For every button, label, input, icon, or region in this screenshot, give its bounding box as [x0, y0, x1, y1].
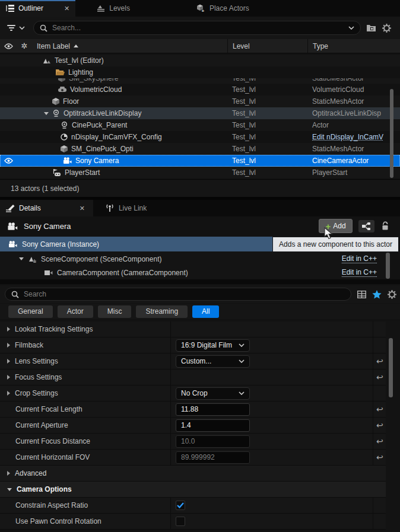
table-row-parent-of-selection[interactable]: OptitrackLiveLinkDisplay Test_lvl Optitr… [0, 107, 400, 119]
expand-arrow-icon[interactable] [44, 112, 49, 115]
new-folder-icon[interactable] [367, 24, 376, 32]
tab-place-actors[interactable]: + Place Actors [191, 0, 255, 17]
table-row[interactable]: Floor Test_lvl StaticMeshActor [0, 95, 400, 107]
reset-to-default-icon[interactable]: ↪ [376, 405, 383, 413]
property-row-focal-length[interactable]: Current Focal Length ↪ [0, 402, 386, 418]
current-focal-length-input[interactable] [176, 403, 250, 416]
favorites-star-icon[interactable] [372, 290, 382, 299]
table-row-folder[interactable]: Lighting [0, 66, 400, 78]
details-search-input[interactable] [24, 290, 345, 298]
filter-chip-streaming[interactable]: Streaming [136, 305, 188, 318]
unreal-editor-panels: Outliner ✕ Levels + Place Actors [0, 0, 400, 532]
filter-funnel-icon[interactable] [7, 25, 15, 31]
property-row-lens-settings[interactable]: Lens Settings Custom... ↪ [0, 353, 386, 369]
outliner-search[interactable] [33, 21, 361, 35]
table-row[interactable]: PlayerStart Test_lvl PlayerStart [0, 167, 400, 179]
tab-details[interactable]: Details ✕ [0, 200, 93, 216]
visible-eye-icon[interactable] [0, 158, 17, 164]
outliner-status-bar: 13 actors (1 selected) [0, 179, 400, 197]
reset-to-default-icon[interactable]: ↪ [376, 437, 383, 445]
component-tree-scrollbar[interactable] [386, 253, 390, 279]
filmback-dropdown[interactable]: 16:9 Digital Film [176, 339, 250, 352]
filter-chip-actor[interactable]: Actor [58, 305, 93, 318]
component-row-camera[interactable]: CameraComponent (CameraComponent) Edit i… [0, 266, 390, 279]
property-row-horizontal-fov[interactable]: Current Horizontal FOV ↪ [0, 450, 386, 466]
column-item-label[interactable]: Item Label [32, 42, 227, 50]
reset-to-default-icon[interactable]: ↪ [376, 453, 383, 461]
constrain-aspect-ratio-checkbox-checked[interactable] [176, 501, 185, 510]
collapse-arrow-icon[interactable] [7, 488, 12, 491]
favorite-column-star-icon[interactable]: ✲ [17, 42, 32, 50]
table-row-selected[interactable]: Sony Camera Test_lvl CineCameraActor [0, 155, 400, 167]
reset-to-default-icon[interactable]: ↪ [376, 373, 383, 381]
expand-arrow-icon[interactable] [7, 327, 10, 332]
edit-ndisplay-link[interactable]: Edit nDisplay_InCamV [312, 133, 383, 141]
unlock-icon[interactable] [381, 221, 389, 231]
property-row-filmback[interactable]: Filmback 16:9 Digital Film [0, 337, 386, 353]
filter-chip-general[interactable]: General [8, 305, 53, 318]
table-row[interactable]: VolumetricCloud Test_lvl VolumetricCloud [0, 84, 400, 95]
component-row-scene[interactable]: C SceneComponent (SceneComponent) Edit i… [0, 252, 390, 266]
display-options-grid-icon[interactable] [357, 291, 366, 298]
property-row-aperture[interactable]: Current Aperture ↪ [0, 418, 386, 434]
tab-live-link[interactable]: Live Link [99, 200, 153, 216]
expand-arrow-icon[interactable] [7, 375, 10, 380]
outliner-search-input[interactable] [52, 24, 348, 32]
edit-in-cpp-link[interactable]: Edit in C++ [342, 268, 377, 277]
column-level[interactable]: Level [227, 39, 307, 53]
visibility-column-eye-icon[interactable] [0, 43, 17, 49]
reset-to-default-icon[interactable]: ↪ [376, 421, 383, 429]
tab-levels[interactable]: Levels [91, 0, 136, 17]
category-row-advanced[interactable]: Advanced [0, 466, 386, 482]
table-row[interactable]: SM_CinePuck_Opti Test_lvl StaticMeshActo… [0, 143, 400, 155]
edit-in-cpp-link[interactable]: Edit in C++ [342, 254, 377, 263]
volumetric-cloud-icon [58, 87, 66, 93]
browse-blueprint-button[interactable] [358, 220, 374, 232]
outliner-settings-gear-icon[interactable] [382, 24, 391, 33]
add-component-tooltip: Adds a new component to this actor [272, 237, 399, 252]
sort-ascending-icon [74, 44, 78, 47]
property-row-focus-distance[interactable]: Current Focus Distance ↪ [0, 434, 386, 450]
tab-label: Levels [109, 4, 130, 12]
details-search-row [0, 285, 400, 303]
mouse-cursor [324, 227, 334, 240]
lens-settings-dropdown[interactable]: Custom... [176, 355, 250, 368]
table-row-world[interactable]: Test_lvl (Editor) [0, 55, 400, 66]
outliner-scrollbar[interactable] [390, 89, 393, 178]
expand-arrow-icon[interactable] [7, 471, 10, 476]
table-row[interactable]: CinePuck_Parent Test_lvl Actor [0, 119, 400, 131]
property-row-constrain-aspect[interactable]: Constrain Aspect Ratio [0, 498, 386, 514]
details-search[interactable] [5, 288, 351, 301]
table-row[interactable]: nDisplay_InCamVFX_Config Test_lvl Edit n… [0, 131, 400, 143]
section-header-camera-options[interactable]: Camera Options [0, 482, 386, 498]
property-row-crop-settings[interactable]: Crop Settings No Crop [0, 386, 386, 402]
column-type[interactable]: Type [307, 39, 400, 53]
outliner-toolbar [0, 17, 400, 39]
expand-arrow-icon[interactable] [7, 359, 10, 364]
static-mesh-icon [58, 78, 65, 82]
use-pawn-control-rotation-checkbox-unchecked[interactable] [176, 517, 185, 526]
crop-settings-dropdown[interactable]: No Crop [176, 387, 250, 400]
close-icon[interactable]: ✕ [80, 205, 85, 212]
current-focus-distance-input[interactable] [176, 435, 250, 448]
world-level-icon [43, 58, 51, 64]
filter-chip-all-active[interactable]: All [192, 305, 219, 318]
property-row-lookat[interactable]: Lookat Tracking Settings [0, 321, 386, 337]
filter-chevron-icon[interactable] [19, 26, 25, 30]
details-scrollbar[interactable] [389, 338, 393, 397]
tab-outliner[interactable]: Outliner ✕ [0, 0, 75, 17]
details-settings-gear-icon[interactable] [388, 290, 396, 299]
expand-arrow-icon[interactable] [7, 343, 10, 348]
filter-chip-misc[interactable]: Misc [98, 305, 132, 318]
current-aperture-input[interactable] [176, 419, 250, 432]
details-filter-chips: General Actor Misc Streaming All [0, 304, 400, 319]
current-horizontal-fov-input[interactable] [176, 451, 250, 464]
reset-to-default-icon[interactable]: ↪ [376, 357, 383, 365]
property-row-focus-settings[interactable]: Focus Settings ↪ [0, 369, 386, 386]
table-row-clipped[interactable]: SM_SkySphere Test_lvl StaticMeshActor [0, 78, 400, 84]
close-icon[interactable]: ✕ [64, 5, 69, 12]
property-row-pawn-control-rotation[interactable]: Use Pawn Control Rotation [0, 514, 386, 530]
search-history-chevron-icon[interactable] [348, 26, 354, 30]
expand-arrow-icon[interactable] [7, 391, 10, 396]
collapse-arrow-icon[interactable] [19, 257, 24, 260]
